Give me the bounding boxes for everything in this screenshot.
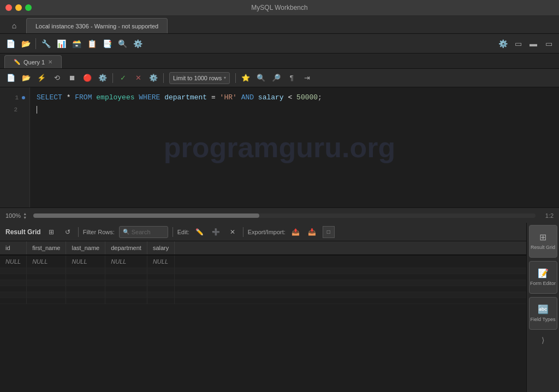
cell-5-4[interactable] <box>147 292 174 298</box>
form-editor-panel-btn[interactable]: 📝 Form Editor <box>529 261 557 294</box>
result-grid-panel-btn[interactable]: ⊞ Result Grid <box>529 225 557 258</box>
cell-0-2[interactable]: NULL <box>66 255 105 268</box>
num-50000: 50000 <box>296 92 318 104</box>
cell-2-3[interactable] <box>105 274 147 280</box>
connection-tab[interactable]: Local instance 3306 - Warning - not supp… <box>26 18 168 33</box>
new-file-btn[interactable]: 📄 <box>3 37 17 51</box>
stop-btn[interactable]: 🔴 <box>81 72 94 85</box>
search-icon: 🔍 <box>123 229 129 235</box>
cell-4-0[interactable] <box>0 286 27 292</box>
search-btn[interactable]: 🔍 <box>254 72 267 85</box>
connection-tab-label: Local instance 3306 - Warning - not supp… <box>35 23 158 29</box>
filter-input[interactable]: 🔍 Search <box>119 226 168 238</box>
edit-btn-3[interactable]: ✕ <box>227 226 239 238</box>
save-query-btn[interactable]: ⚡ <box>35 72 48 85</box>
cell-6-1[interactable] <box>27 298 66 304</box>
view-btn-1[interactable]: ▭ <box>511 37 525 51</box>
cell-2-1[interactable] <box>27 274 66 280</box>
cell-5-0[interactable] <box>0 292 27 298</box>
cell-4-1[interactable] <box>27 286 66 292</box>
tab-btn[interactable]: ⇥ <box>300 72 313 85</box>
grid-view-btn[interactable]: ⊞ <box>45 226 57 238</box>
explain-btn[interactable]: ⚙️ <box>96 72 109 85</box>
refresh-grid-btn[interactable]: ↺ <box>62 226 74 238</box>
export-btn-2[interactable]: 📥 <box>306 226 318 238</box>
view-btn-3[interactable]: ▭ <box>542 37 556 51</box>
cell-6-2[interactable] <box>66 298 105 304</box>
cell-0-3[interactable]: NULL <box>105 255 147 268</box>
expand-btn[interactable]: □ <box>323 226 335 238</box>
cancel-btn[interactable]: ✕ <box>132 72 145 85</box>
cell-6-3[interactable] <box>105 298 147 304</box>
cell-4-3[interactable] <box>105 286 147 292</box>
toolbar-btn-4[interactable]: 📊 <box>54 37 68 51</box>
col-header-last-name: last_name <box>66 241 105 255</box>
check-btn[interactable]: ✓ <box>116 72 129 85</box>
result-grid-label: Result Grid <box>5 228 41 236</box>
cell-1-2[interactable] <box>66 268 105 274</box>
text-cursor <box>37 106 37 114</box>
table-row <box>0 286 526 292</box>
format-btn[interactable]: ¶ <box>285 72 298 85</box>
code-editor[interactable]: SELECT * FROM employees WHERE department… <box>30 87 559 207</box>
query-tab-close-btn[interactable]: ✕ <box>48 59 52 65</box>
export-btn-1[interactable]: 📤 <box>290 226 302 238</box>
zoom-control[interactable]: 100% ▲ ▼ <box>5 212 27 219</box>
new-query-btn[interactable]: 📄 <box>4 72 17 85</box>
open-file-btn[interactable]: 📂 <box>19 37 33 51</box>
toolbar-btn-8[interactable]: 🔍 <box>115 37 129 51</box>
cell-3-2[interactable] <box>66 280 105 286</box>
cell-1-4[interactable] <box>147 268 174 274</box>
table-row <box>0 292 526 298</box>
cell-1-0[interactable] <box>0 268 27 274</box>
cell-3-0[interactable] <box>0 280 27 286</box>
field-types-panel-btn[interactable]: 🔤 Field Types <box>529 297 557 330</box>
toolbar-btn-7[interactable]: 📑 <box>100 37 114 51</box>
cell-3-3[interactable] <box>105 280 147 286</box>
horizontal-scrollbar[interactable] <box>33 213 536 218</box>
toolbar-btn-5[interactable]: 🗃️ <box>69 37 84 51</box>
run-selection-btn[interactable]: ⏹ <box>66 72 79 85</box>
wrap-btn[interactable]: ⚙️ <box>147 72 160 85</box>
edit-btn-1[interactable]: ✏️ <box>194 226 206 238</box>
run-btn[interactable]: ⟲ <box>50 72 63 85</box>
search2-btn[interactable]: 🔎 <box>270 72 283 85</box>
home-button[interactable]: ⌂ <box>4 18 24 33</box>
cell-0-0[interactable]: NULL <box>0 255 27 268</box>
cell-0-4[interactable]: NULL <box>147 255 174 268</box>
view-btn-2[interactable]: ▬ <box>526 37 540 51</box>
cell-0-1[interactable]: NULL <box>27 255 66 268</box>
edit-btn-2[interactable]: ➕ <box>210 226 222 238</box>
cell-2-2[interactable] <box>66 274 105 280</box>
table-row <box>0 274 526 280</box>
cell-4-2[interactable] <box>66 286 105 292</box>
cell-6-0[interactable] <box>0 298 27 304</box>
toolbar-btn-9[interactable]: ⚙️ <box>130 37 145 51</box>
zoom-arrows[interactable]: ▲ ▼ <box>23 212 27 219</box>
cell-1-3[interactable] <box>105 268 147 274</box>
cell-5-2[interactable] <box>66 292 105 298</box>
toolbar-btn-3[interactable]: 🔧 <box>39 37 53 51</box>
side-panel-chevron[interactable]: ⟩ <box>529 333 557 347</box>
star-btn[interactable]: ⭐ <box>239 72 252 85</box>
cell-3-4[interactable] <box>147 280 174 286</box>
cell-1-1[interactable] <box>27 268 66 274</box>
minimize-button[interactable] <box>15 4 22 11</box>
toolbar-btn-6[interactable]: 📋 <box>85 37 99 51</box>
cell-4-4[interactable] <box>147 286 174 292</box>
limit-dropdown[interactable]: Limit to 1000 rows ▾ <box>169 72 230 84</box>
cell-6-4[interactable] <box>147 298 174 304</box>
cell-2-4[interactable] <box>147 274 174 280</box>
op-eq: = <box>211 92 216 104</box>
col-header-salary: salary <box>147 241 174 255</box>
maximize-button[interactable] <box>25 4 32 11</box>
cell-3-1[interactable] <box>27 280 66 286</box>
open-query-btn[interactable]: 📂 <box>20 72 33 85</box>
close-button[interactable] <box>5 4 12 11</box>
query-tab[interactable]: ✏️ Query 1 ✕ <box>4 55 62 68</box>
settings-btn[interactable]: ⚙️ <box>496 37 510 51</box>
cell-5-3[interactable] <box>105 292 147 298</box>
result-grid-panel-label: Result Grid <box>531 245 555 251</box>
cell-2-0[interactable] <box>0 274 27 280</box>
cell-5-1[interactable] <box>27 292 66 298</box>
